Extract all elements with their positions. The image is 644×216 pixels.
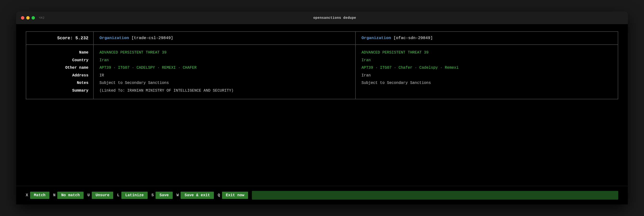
window-shortcut: ⌥⌘2 — [39, 16, 44, 20]
data-table: Score: 5.232 Organization [trade-csl-298… — [26, 31, 618, 99]
minimize-button[interactable] — [26, 16, 30, 20]
shortcut-latinize: L Latinize — [117, 192, 148, 199]
right-othername-3: Chafer — [398, 66, 412, 70]
table-header: Score: 5.232 Organization [trade-csl-298… — [26, 32, 618, 45]
label-notes: Notes — [31, 80, 88, 86]
left-entity-id-value: [trade-csl-29849] — [132, 36, 173, 40]
key-q: Q — [218, 193, 220, 197]
left-othername-4: REMEXI — [162, 66, 176, 70]
right-othername-2: ITG07 — [380, 66, 392, 70]
labels-column: Name Country Other name Address Notes Su… — [26, 45, 94, 99]
maximize-button[interactable] — [32, 16, 35, 20]
right-notes-value: Subject to Secondary Sanctions — [362, 80, 612, 86]
key-w: W — [176, 193, 179, 197]
latinize-button[interactable]: Latinize — [122, 192, 148, 199]
right-othername-4: Cadelspy — [419, 66, 438, 70]
score-label: Score: 5.232 — [57, 36, 88, 41]
shortcut-no-match: N No match — [53, 192, 84, 199]
label-summary: Summary — [31, 88, 88, 94]
toolbar-spacer — [252, 191, 618, 200]
right-country-value: Iran — [362, 57, 612, 64]
shortcut-match: X Match — [26, 192, 49, 199]
left-othername-3: CADELSPY — [136, 66, 155, 70]
left-values-column: ADVANCED PERSISTENT THREAT 39 Iran APT39… — [94, 45, 356, 99]
right-address-value: Iran — [362, 73, 612, 79]
shortcut-unsure: U Unsure — [88, 192, 113, 199]
key-n: N — [53, 193, 56, 197]
right-entity-header: Organization [ofac-sdn-29849] — [356, 32, 618, 44]
right-values-column: ADVANCED PERSISTENT THREAT 39 Iran APT39… — [356, 45, 618, 99]
left-othername-2: ITG07 — [118, 66, 130, 70]
save-button[interactable]: Save — [156, 192, 172, 199]
right-othername-5: Remexi — [445, 66, 459, 70]
label-address: Address — [31, 73, 88, 79]
left-address-value: IR — [100, 73, 350, 79]
unsure-button[interactable]: Unsure — [92, 192, 114, 199]
left-entity-type: Organization — [100, 36, 129, 40]
shortcut-save-exit: W Save & exit — [176, 192, 214, 199]
left-entity-header: Organization [trade-csl-29849] — [94, 32, 356, 44]
left-notes-value: Subject to Secondary Sanctions — [100, 80, 350, 86]
left-name-value: ADVANCED PERSISTENT THREAT 39 — [100, 50, 350, 56]
app-window: ⌥⌘2 opensanctions dedupe Score: 5.232 Or… — [16, 12, 628, 204]
key-x: X — [26, 193, 28, 197]
right-entity-type: Organization — [362, 36, 391, 40]
close-button[interactable] — [21, 16, 24, 20]
window-title: opensanctions dedupe — [46, 16, 623, 20]
key-l: L — [117, 193, 120, 197]
label-country: Country — [31, 57, 88, 64]
titlebar: ⌥⌘2 opensanctions dedupe — [16, 12, 628, 24]
key-u: U — [88, 193, 90, 197]
score-cell: Score: 5.232 — [26, 32, 94, 44]
left-country-value: Iran — [100, 57, 350, 64]
main-content: Score: 5.232 Organization [trade-csl-298… — [16, 24, 628, 186]
right-othername-1: APT39 — [362, 66, 373, 70]
exit-now-button[interactable]: Exit now — [222, 192, 248, 199]
shortcut-exit: Q Exit now — [218, 192, 248, 199]
right-other-names-value: APT39 · ITG07 · Chafer · Cadelspy · Reme… — [362, 65, 612, 71]
save-exit-button[interactable]: Save & exit — [181, 192, 214, 199]
bottom-toolbar: X Match N No match U Unsure L Latinize S… — [16, 186, 628, 204]
no-match-button[interactable]: No match — [57, 192, 84, 199]
left-othername-1: APT39 — [100, 66, 111, 70]
left-othername-5: CHAFER — [183, 66, 197, 70]
key-s: S — [152, 193, 154, 197]
left-summary-value: (Linked To: IRANIAN MINISTRY OF INTELLIG… — [100, 88, 350, 94]
match-button[interactable]: Match — [30, 192, 49, 199]
shortcut-save: S Save — [152, 192, 173, 199]
right-entity-id-value: [ofac-sdn-29849] — [394, 36, 433, 40]
label-name: Name — [31, 50, 88, 56]
left-other-names-value: APT39 · ITG07 · CADELSPY · REMEXI · CHAF… — [100, 65, 350, 71]
right-name-value: ADVANCED PERSISTENT THREAT 39 — [362, 50, 612, 56]
label-other-name: Other name — [31, 65, 88, 71]
table-body: Name Country Other name Address Notes Su… — [26, 45, 618, 99]
